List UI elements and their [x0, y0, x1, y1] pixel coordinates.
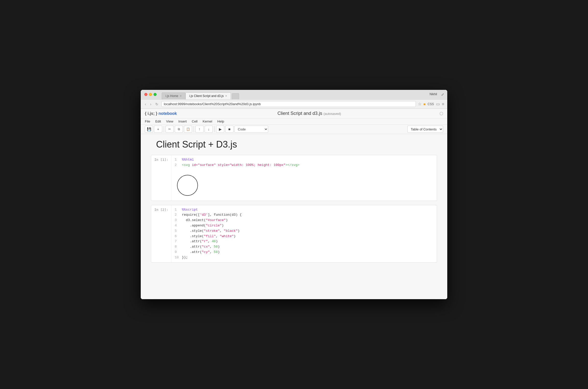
- expand-icon[interactable]: ⤢: [441, 92, 444, 96]
- browser-window: i.js Home × i.js Client Script and d3.js…: [141, 90, 447, 299]
- code-line-c2-9: 9 .attr("cy", 50): [175, 250, 434, 255]
- kernel-indicator: [440, 112, 443, 115]
- copy-button[interactable]: ⧉: [175, 126, 183, 133]
- cell-1-body: 1 %%html 2 <svg id="surface" style="widt…: [172, 155, 437, 201]
- toc-dropdown: Table of Contents: [407, 126, 443, 133]
- menu-file[interactable]: File: [145, 119, 150, 123]
- code-line-1: 1 %%html: [175, 157, 434, 163]
- code-line-c2-6: 6 .style("fill", "white"): [175, 234, 434, 239]
- screen-icon[interactable]: ▭: [436, 102, 440, 106]
- tab-client-script[interactable]: i.js Client Script and d3.js ×: [185, 92, 231, 99]
- cell-2-code[interactable]: 1 %%script 2 require(['d3'], function(d3…: [172, 205, 437, 262]
- minimize-window-button[interactable]: [149, 93, 152, 96]
- cell-1-output: [172, 170, 437, 201]
- title-bar: i.js Home × i.js Client Script and d3.js…: [141, 90, 447, 100]
- cell-type-select[interactable]: Code Markdown Raw NBConvert Heading: [234, 126, 268, 133]
- code-line-c2-7: 7 .attr("r", 40): [175, 239, 434, 244]
- address-bar: ‹ › ↻ ☆ ■ CSS ▭ ≡: [141, 100, 447, 109]
- cut-button[interactable]: ✂: [166, 126, 174, 133]
- notebook-title: Client Script and d3.js (autosaved): [179, 111, 440, 116]
- save-button[interactable]: 💾: [145, 126, 153, 133]
- browser-icons: ☆ ■ CSS ▭ ≡: [418, 102, 444, 106]
- maximize-window-button[interactable]: [154, 93, 157, 96]
- menu-help[interactable]: Help: [217, 119, 224, 123]
- toolbar: 💾 + ✂ ⧉ 📋 ↑ ↓ ▶ ■ Code Markdown Raw NBCo…: [141, 125, 447, 134]
- cell-2: In [2]: 1 %%script 2 require(['d3'], fun…: [151, 205, 437, 263]
- cell-1-label: In [1]:: [151, 155, 172, 201]
- extension-icon[interactable]: ■: [424, 102, 426, 106]
- forward-button[interactable]: ›: [149, 102, 152, 107]
- code-line-c2-1: 1 %%script: [175, 207, 434, 213]
- traffic-lights: [144, 93, 157, 96]
- notebook-area: { i.js; } notebook Client Script and d3.…: [141, 109, 447, 299]
- add-cell-button[interactable]: +: [154, 126, 162, 133]
- menu-bar: File Edit View Insert Cell Kernel Help: [141, 118, 447, 125]
- menu-kernel[interactable]: Kernel: [203, 119, 212, 123]
- cell-1-code[interactable]: 1 %%html 2 <svg id="surface" style="widt…: [172, 155, 437, 170]
- menu-view[interactable]: View: [166, 119, 173, 123]
- svg-point-0: [177, 175, 198, 196]
- toolbar-separator-2: [194, 126, 194, 132]
- code-line-c2-4: 4 .append("circle"): [175, 223, 434, 228]
- tab-close-active-icon[interactable]: ×: [225, 94, 227, 98]
- autosaved-label: (autosaved): [323, 112, 341, 116]
- back-button[interactable]: ‹: [144, 102, 147, 107]
- code-line-2: 2 <svg id="surface" style="width: 100%; …: [175, 163, 434, 168]
- toc-select[interactable]: Table of Contents: [407, 126, 443, 133]
- new-tab-button[interactable]: [232, 93, 239, 99]
- notebook-header: { i.js; } notebook Client Script and d3.…: [141, 109, 447, 118]
- menu-cell[interactable]: Cell: [192, 119, 197, 123]
- code-line-c2-3: 3 d3.select("#surface"): [175, 218, 434, 223]
- brand-logo: { i.js; } notebook: [145, 111, 177, 116]
- code-line-c2-8: 8 .attr("cx", 50): [175, 244, 434, 250]
- close-window-button[interactable]: [144, 93, 147, 96]
- tab-label-active: i.js Client Script and d3.js: [189, 94, 224, 98]
- code-line-c2-2: 2 require(['d3'], function(d3) {: [175, 212, 434, 218]
- paste-button[interactable]: 📋: [184, 126, 192, 133]
- page-title: Client Script + D3.js: [151, 139, 437, 150]
- user-name: Nikhil: [430, 92, 437, 96]
- notebook-content: Client Script + D3.js In [1]: 1 %%html 2…: [141, 134, 447, 299]
- interrupt-button[interactable]: ■: [225, 126, 233, 133]
- tabs-container: i.js Home × i.js Client Script and d3.js…: [162, 92, 239, 99]
- tab-close-icon[interactable]: ×: [180, 94, 182, 98]
- run-button[interactable]: ▶: [216, 126, 224, 133]
- css-icon[interactable]: CSS: [428, 102, 434, 106]
- tab-ijs-home[interactable]: i.js Home ×: [162, 92, 185, 99]
- menu-icon[interactable]: ≡: [442, 102, 444, 106]
- move-up-button[interactable]: ↑: [195, 126, 204, 133]
- reload-button[interactable]: ↻: [154, 102, 159, 107]
- toolbar-separator-1: [164, 126, 164, 132]
- code-line-c2-10: 10 });: [175, 255, 434, 260]
- cell-2-label: In [2]:: [151, 205, 172, 262]
- bookmark-icon[interactable]: ☆: [418, 102, 421, 106]
- address-input[interactable]: [161, 101, 416, 107]
- code-line-c2-5: 5 .style("stroke", "black"): [175, 228, 434, 234]
- menu-edit[interactable]: Edit: [155, 119, 161, 123]
- cell-1: In [1]: 1 %%html 2 <svg id="surface" sty…: [151, 155, 437, 201]
- toolbar-separator-3: [214, 126, 215, 132]
- menu-insert[interactable]: Insert: [178, 119, 187, 123]
- circle-output: [175, 173, 200, 198]
- move-down-button[interactable]: ↓: [205, 126, 213, 133]
- tab-label: i.js Home: [166, 94, 178, 98]
